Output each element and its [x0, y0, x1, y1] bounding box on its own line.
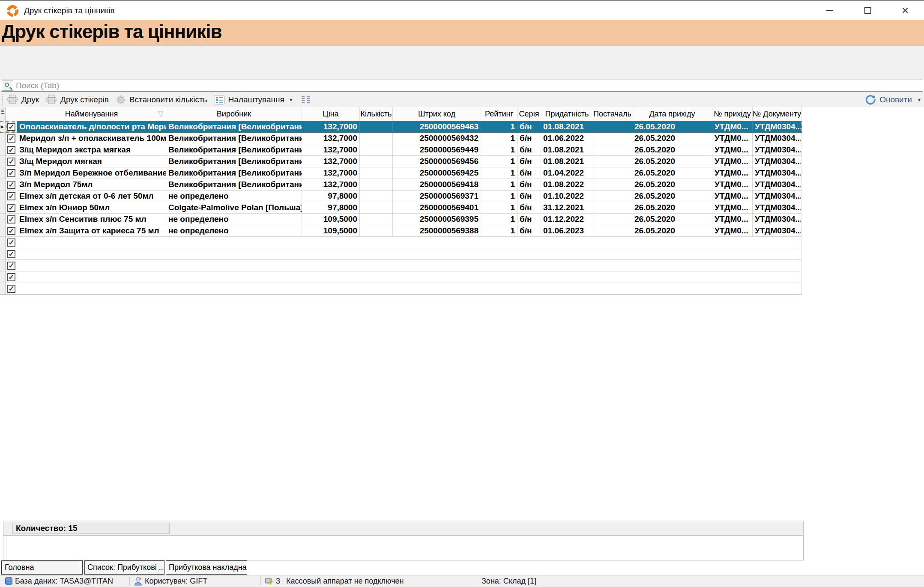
table-corner-grip[interactable]: [0, 107, 6, 121]
cell-arrival_date: 26.05.2020: [632, 191, 712, 202]
row-checkbox[interactable]: [7, 169, 15, 177]
row-checkbox[interactable]: [7, 285, 15, 293]
row-checkbox[interactable]: [7, 215, 15, 223]
cell-series: б/н: [517, 179, 541, 191]
row-indicator: [0, 179, 6, 191]
empty-table-row[interactable]: [0, 260, 802, 271]
cell-supplier: [593, 167, 632, 179]
table-row[interactable]: Elmex з/п Защита от кариеса 75 млне опре…: [0, 225, 802, 237]
cell-name: Ополаскиватель д/полости рта Мери...: [17, 121, 166, 133]
column-header[interactable]: Постачальник: [593, 107, 632, 121]
row-indicator: ▸: [0, 121, 6, 133]
column-header[interactable]: № прихіду: [712, 107, 753, 121]
cell-arrival_no: УТДМ0...: [712, 202, 753, 214]
cell-series: б/н: [517, 133, 541, 144]
cell-rating: 1: [481, 121, 517, 133]
database-icon: [4, 577, 13, 586]
chevron-down-icon: ▼: [289, 97, 293, 102]
cell-arrival_date: 26.05.2020: [632, 121, 712, 133]
refresh-label: Оновити: [879, 95, 912, 104]
column-header[interactable]: № Документу: [753, 107, 801, 121]
row-checkbox[interactable]: [7, 146, 15, 154]
print-button[interactable]: Друк: [3, 93, 42, 106]
column-header[interactable]: Виробник: [166, 107, 302, 121]
status-zone: Зона: Склад [1]: [481, 577, 536, 586]
row-checkbox[interactable]: [7, 181, 15, 189]
print-label: Друк: [21, 95, 39, 104]
cell-doc_no: УТДМ0304...: [753, 225, 801, 237]
print-stickers-button[interactable]: Друк стікерів: [42, 93, 112, 106]
column-header[interactable]: Дата прихіду: [632, 107, 712, 121]
empty-table-row[interactable]: [0, 271, 802, 283]
column-header[interactable]: Кількість: [360, 107, 393, 121]
cell-vendor: Colgate-Palmolive Polan [Польша]: [166, 202, 302, 214]
row-indicator: [0, 144, 6, 156]
empty-table-row[interactable]: [0, 248, 802, 260]
row-checkbox[interactable]: [7, 227, 15, 235]
row-checkbox[interactable]: [7, 273, 15, 281]
empty-table-row[interactable]: [0, 237, 802, 248]
set-quantity-button[interactable]: Встановити кількість: [112, 93, 211, 106]
options-row: На стікері друкувати Стикерний штрих-код…: [0, 46, 924, 80]
minimize-icon: [826, 10, 833, 11]
table-row[interactable]: З/щ Меридол экстра мягкаяВеликобритания …: [0, 144, 802, 156]
settings-button[interactable]: Налаштування ▼: [211, 93, 297, 106]
close-button[interactable]: ✕: [886, 1, 924, 20]
row-checkbox[interactable]: [7, 250, 15, 258]
cell-price: 132,7000: [302, 156, 360, 167]
refresh-button[interactable]: Оновити: [861, 93, 915, 107]
column-header[interactable]: Рейтинг: [481, 107, 517, 121]
row-indicator: [0, 283, 6, 295]
row-indicator: [0, 214, 6, 225]
row-checkbox[interactable]: [7, 192, 15, 200]
cell-arrival_no: УТДМ0...: [712, 191, 753, 202]
app-window: Друк стікерів та цінників ✕ Друк стікері…: [0, 0, 924, 587]
cell-supplier: [593, 202, 632, 214]
tab-main[interactable]: Головна: [1, 560, 83, 575]
row-checkbox[interactable]: [7, 204, 15, 212]
search-input[interactable]: [16, 80, 920, 91]
filter-funnel-icon[interactable]: [158, 111, 164, 117]
cell-arrival_no: УТДМ0...: [712, 214, 753, 225]
row-checkbox[interactable]: [7, 238, 15, 247]
column-header[interactable]: Придатність: [541, 107, 593, 121]
column-header[interactable]: Штрих код: [393, 107, 481, 121]
cell-expiry: 01.12.2022: [541, 214, 593, 225]
cell-barcode: 2500000569432: [393, 133, 481, 144]
table-row[interactable]: Elmex з/п детская от 0-6 лет 50млне опре…: [0, 191, 802, 202]
columns-button[interactable]: [297, 94, 315, 106]
maximize-button[interactable]: [849, 1, 886, 20]
tab-incoming-list[interactable]: Список: Прибуткові ...: [84, 560, 164, 575]
search-bar: [1, 80, 923, 92]
row-checkbox[interactable]: [7, 158, 15, 166]
cell-vendor: Великобритания [Великобритани...: [166, 179, 302, 191]
toolbar-overflow-icon[interactable]: ▼: [915, 97, 923, 102]
cell-name: Elmex з/п Сенситив плюс 75 мл: [17, 214, 166, 225]
minimize-button[interactable]: [811, 1, 849, 20]
row-checkbox[interactable]: [7, 123, 15, 131]
row-indicator: [0, 156, 6, 167]
toolbar: Друк Друк стікерів Встановити кількість …: [0, 92, 924, 107]
search-icon[interactable]: [2, 80, 13, 91]
table-row[interactable]: З/п Меридол 75млВеликобритания [Великобр…: [0, 179, 802, 191]
column-header[interactable]: Ціна: [302, 107, 360, 121]
cell-name: Elmex з/п детская от 0-6 лет 50мл: [17, 191, 166, 202]
tab-incoming-invoice[interactable]: Прибуткова накладна .: [166, 560, 247, 575]
empty-table-row[interactable]: [0, 283, 802, 295]
status-cash-register: Кассовый аппарат не подключен: [286, 577, 404, 586]
cell-arrival_date: 26.05.2020: [632, 179, 712, 191]
table-row[interactable]: Меридол з/п + ополаскиватель 100млВелико…: [0, 133, 802, 144]
row-checkbox[interactable]: [7, 262, 15, 270]
table-row[interactable]: ▸Ополаскиватель д/полости рта Мери...Вел…: [0, 121, 802, 133]
table-row[interactable]: Elmex з/п Сенситив плюс 75 млне определе…: [0, 214, 802, 225]
table-row[interactable]: З/щ Меридол мягкаяВеликобритания [Велико…: [0, 156, 802, 167]
cell-doc_no: УТДМ0304...: [753, 167, 801, 179]
table-row[interactable]: З/п Меридол Бережное отбеливание ...Вели…: [0, 167, 802, 179]
close-icon: ✕: [901, 6, 909, 15]
table-row[interactable]: Elmex з/п Юниор 50млColgate-Palmolive Po…: [0, 202, 802, 214]
row-checkbox-cell: [6, 133, 17, 144]
column-header[interactable]: Серія: [517, 107, 541, 121]
column-header[interactable]: Найменування: [17, 107, 166, 121]
select-all-column-header[interactable]: [6, 107, 17, 121]
row-checkbox[interactable]: [7, 134, 15, 143]
